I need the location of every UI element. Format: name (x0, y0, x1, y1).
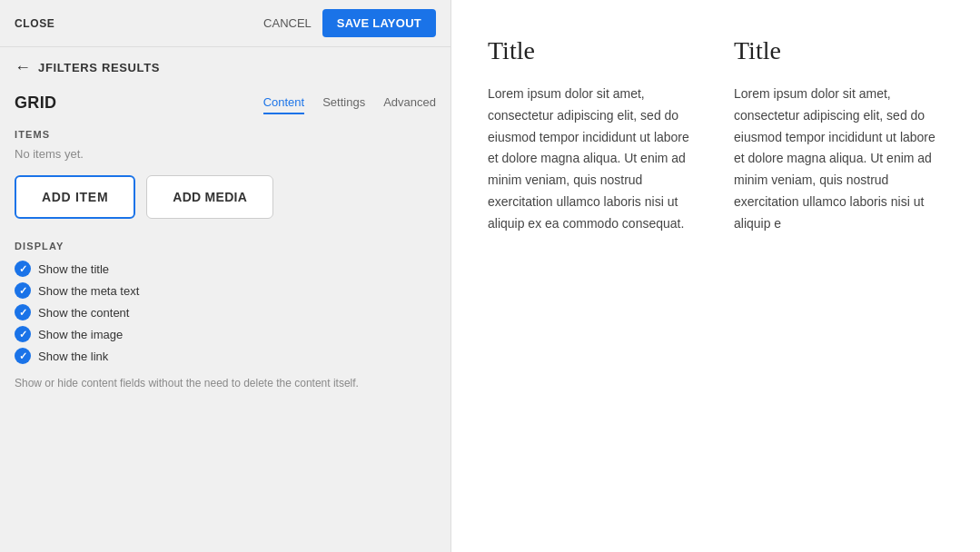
show-meta-label: Show the meta text (38, 284, 139, 298)
header-actions: CANCEL SAVE LAYOUT (263, 9, 436, 37)
preview-column-2: Title Lorem ipsum dolor sit amet, consec… (734, 36, 944, 516)
cancel-button[interactable]: CANCEL (263, 16, 312, 30)
back-arrow-icon[interactable]: ← (15, 58, 31, 77)
checkbox-show-link: Show the link (15, 348, 436, 364)
tab-advanced[interactable]: Advanced (383, 92, 436, 114)
show-image-check-icon[interactable] (15, 326, 31, 342)
show-title-check-icon[interactable] (15, 261, 31, 277)
panel-header: GRID Content Settings Advanced (0, 84, 450, 114)
show-content-label: Show the content (38, 306, 129, 320)
preview-title-2: Title (734, 36, 944, 65)
show-link-check-icon[interactable] (15, 348, 31, 364)
grid-title: GRID (15, 94, 56, 113)
breadcrumb-label: JFILTERS RESULTS (38, 61, 160, 74)
preview-body-2: Lorem ipsum dolor sit amet, consectetur … (734, 84, 944, 235)
display-hint-text: Show or hide content fields without the … (15, 375, 436, 391)
right-panel: Title Lorem ipsum dolor sit amet, consec… (451, 0, 980, 552)
left-panel: CLOSE CANCEL SAVE LAYOUT ← JFILTERS RESU… (0, 0, 451, 552)
close-button[interactable]: CLOSE (15, 17, 54, 30)
add-media-button[interactable]: ADD MEDIA (146, 175, 273, 219)
checkbox-show-content: Show the content (15, 304, 436, 320)
checkbox-show-meta: Show the meta text (15, 282, 436, 299)
preview-title-1: Title (488, 36, 698, 65)
tabs-row: Content Settings Advanced (263, 92, 436, 114)
tab-settings[interactable]: Settings (322, 92, 365, 114)
show-link-label: Show the link (38, 350, 108, 363)
items-buttons: ADD ITEM ADD MEDIA (15, 175, 436, 219)
show-meta-check-icon[interactable] (15, 282, 31, 299)
preview-body-1: Lorem ipsum dolor sit amet, consectetur … (488, 84, 698, 235)
show-title-label: Show the title (38, 262, 109, 276)
checkbox-show-title: Show the title (15, 261, 436, 277)
items-section-label: ITEMS (15, 129, 436, 140)
tab-content[interactable]: Content (263, 92, 305, 114)
preview-column-1: Title Lorem ipsum dolor sit amet, consec… (488, 36, 698, 516)
save-layout-button[interactable]: SAVE LAYOUT (322, 9, 436, 37)
no-items-text: No items yet. (15, 147, 436, 161)
show-image-label: Show the image (38, 328, 123, 341)
breadcrumb: ← JFILTERS RESULTS (0, 47, 450, 84)
top-bar: CLOSE CANCEL SAVE LAYOUT (0, 0, 450, 47)
display-section-label: DISPLAY (15, 241, 436, 251)
show-content-check-icon[interactable] (15, 304, 31, 320)
panel-content: ITEMS No items yet. ADD ITEM ADD MEDIA D… (0, 114, 450, 552)
add-item-button[interactable]: ADD ITEM (15, 175, 135, 219)
checkbox-show-image: Show the image (15, 326, 436, 342)
display-section: DISPLAY Show the title Show the meta tex… (15, 241, 436, 391)
